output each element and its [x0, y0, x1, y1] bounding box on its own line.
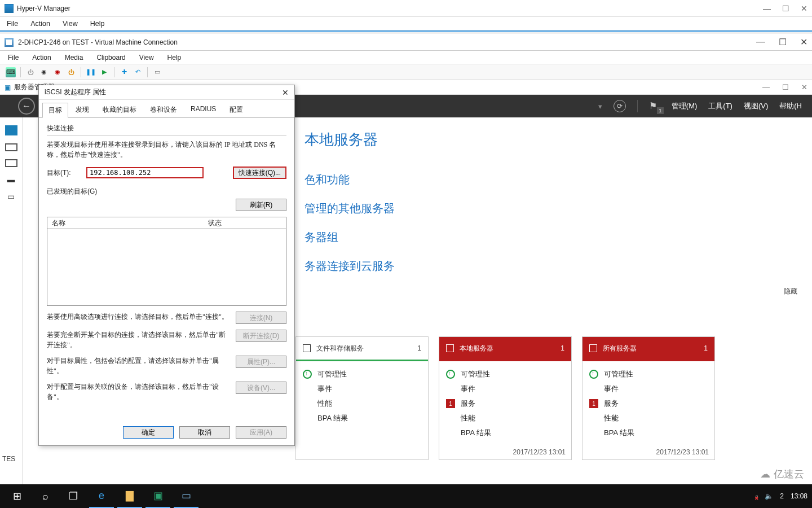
link-cloud[interactable]: 务器连接到云服务: [304, 259, 795, 274]
tab-config[interactable]: 配置: [223, 102, 249, 117]
vm-maximize-button[interactable]: ☐: [779, 37, 787, 47]
menu-tools[interactable]: 工具(T): [708, 101, 732, 111]
vm-menu-clipboard[interactable]: Clipboard: [96, 54, 125, 62]
hyperv-title-text: Hyper-V Manager: [17, 5, 70, 12]
enhanced-icon[interactable]: ▭: [152, 67, 162, 77]
menu-file[interactable]: File: [7, 20, 18, 28]
link-roles[interactable]: 色和功能: [304, 172, 795, 187]
sidebar-item-storage[interactable]: ▬: [7, 175, 15, 184]
taskbar: ⊞ ⌕ ❐ e ▇ ▣ ▭ ▫✖ 🔈 2 13:08: [0, 484, 812, 508]
tab-discovery[interactable]: 发现: [69, 102, 95, 117]
vm-menu-view[interactable]: View: [139, 54, 154, 62]
quick-connect-button[interactable]: 快速连接(Q)...: [233, 167, 286, 179]
ok-button[interactable]: 确定: [123, 426, 174, 439]
connect-button[interactable]: 连接(N): [236, 312, 286, 324]
reset-icon[interactable]: ▶: [99, 67, 109, 77]
dialog-close-button[interactable]: ✕: [282, 88, 289, 97]
vm-toolbar: ⌨ ⏻ ◉ ◉ ⏻ ❚❚ ▶ ✚ ↶ ▭: [0, 64, 812, 80]
link-other-servers[interactable]: 管理的其他服务器: [304, 201, 795, 216]
quick-connect-label: 快速连接: [47, 124, 286, 133]
tab-targets[interactable]: 目标: [42, 103, 68, 118]
vm-menu-media[interactable]: Media: [65, 54, 83, 62]
discovered-label: 已发现的目标(G): [47, 187, 286, 196]
tray-time[interactable]: 13:08: [791, 492, 807, 500]
notifications-flag-icon[interactable]: 1: [649, 100, 660, 112]
tab-volumes[interactable]: 卷和设备: [144, 102, 183, 117]
taskview-icon[interactable]: ❐: [61, 484, 86, 508]
hyperv-menubar: File Action View Help: [0, 17, 812, 30]
tab-favorites[interactable]: 收藏的目标: [96, 102, 143, 117]
tray-volume-icon[interactable]: 🔈: [765, 492, 773, 500]
sm-minimize-button[interactable]: —: [762, 83, 770, 91]
taskbar-server-manager[interactable]: ▣: [145, 484, 170, 508]
iscsi-dialog: iSCSI 发起程序 属性 ✕ 目标 发现 收藏的目标 卷和设备 RADIUS …: [38, 85, 295, 446]
taskbar-explorer[interactable]: ▇: [117, 484, 142, 508]
sidebar-item-dashboard[interactable]: [5, 125, 17, 135]
menu-view-sm[interactable]: 视图(V): [744, 101, 768, 111]
sidebar: ▬ ▭: [0, 117, 23, 484]
vm-menu-help[interactable]: Help: [167, 54, 182, 62]
link-local-server[interactable]: 本地服务器: [304, 130, 795, 150]
maximize-button[interactable]: ☐: [782, 4, 789, 13]
storage-icon: [303, 344, 311, 352]
col-state: 状态: [204, 217, 286, 228]
menu-action[interactable]: Action: [30, 20, 50, 28]
save-icon[interactable]: ⏻: [66, 67, 76, 77]
status-cards: 文件和存储服务1 可管理性 事件 性能 BPA 结果 本地服务器1 可管理性 事…: [295, 336, 802, 460]
apply-button[interactable]: 应用(A): [236, 426, 286, 439]
error-icon: 1: [446, 399, 455, 408]
target-label: 目标(T):: [47, 168, 81, 178]
pause-icon[interactable]: ❚❚: [86, 67, 96, 77]
link-server-group[interactable]: 务器组: [304, 230, 795, 245]
menu-help[interactable]: Help: [90, 20, 105, 28]
hide-link[interactable]: 隐藏: [784, 287, 797, 296]
refresh-button[interactable]: 刷新(R): [236, 199, 286, 211]
properties-button[interactable]: 属性(P)...: [236, 356, 286, 368]
devices-button[interactable]: 设备(V)...: [236, 382, 286, 394]
revert-icon[interactable]: ↶: [133, 67, 143, 77]
cloud-icon: ☁: [760, 468, 770, 480]
vm-minimize-button[interactable]: —: [756, 37, 765, 47]
tray-lang[interactable]: 2: [780, 492, 784, 500]
menu-view[interactable]: View: [63, 20, 78, 28]
sm-maximize-button[interactable]: ☐: [782, 83, 789, 91]
sidebar-item-local[interactable]: [5, 143, 17, 151]
vm-menu-action[interactable]: Action: [32, 54, 51, 62]
vm-menu-file[interactable]: File: [8, 54, 19, 62]
vm-close-button[interactable]: ✕: [800, 37, 807, 47]
sidebar-item-all[interactable]: [5, 159, 17, 167]
hyperv-titlebar: Hyper-V Manager — ☐ ✕: [0, 0, 812, 17]
vm-icon: [5, 38, 14, 47]
minimize-button[interactable]: —: [763, 4, 771, 13]
close-button[interactable]: ✕: [801, 4, 807, 13]
turnoff-icon[interactable]: ◉: [39, 67, 49, 77]
back-button[interactable]: ←: [18, 98, 35, 115]
test-label: TES: [2, 455, 15, 463]
tray-network-icon[interactable]: ▫✖: [756, 492, 758, 500]
sidebar-item-group[interactable]: ▭: [7, 192, 15, 201]
sm-close-button[interactable]: ✕: [801, 83, 807, 91]
start-button[interactable]: ⊞: [5, 484, 29, 508]
target-input[interactable]: [86, 167, 204, 178]
disconnect-button[interactable]: 断开连接(D): [236, 330, 286, 342]
taskbar-ie[interactable]: e: [89, 484, 114, 508]
targets-listbox[interactable]: 名称状态: [47, 217, 286, 306]
card-all-servers[interactable]: 所有服务器1 可管理性 事件 1服务 性能 BPA 结果 2017/12/23 …: [582, 336, 715, 460]
menu-manage[interactable]: 管理(M): [672, 101, 698, 111]
server-icon: [446, 344, 454, 352]
taskbar-vm[interactable]: ▭: [174, 484, 198, 508]
menu-help-sm[interactable]: 帮助(H: [779, 101, 802, 111]
shutdown-icon[interactable]: ◉: [52, 67, 63, 77]
servers-icon: [589, 344, 597, 352]
start-icon[interactable]: ⏻: [25, 67, 36, 77]
card-file-storage[interactable]: 文件和存储服务1 可管理性 事件 性能 BPA 结果: [295, 336, 429, 460]
vm-title-text: 2-DHCP1-246 on TEST - Virtual Machine Co…: [18, 38, 178, 46]
search-icon[interactable]: ⌕: [33, 484, 58, 508]
checkpoint-icon[interactable]: ✚: [119, 67, 129, 77]
ctrl-alt-del-icon[interactable]: ⌨: [6, 67, 16, 77]
card-local-server[interactable]: 本地服务器1 可管理性 事件 1服务 性能 BPA 结果 2017/12/23 …: [439, 336, 572, 460]
refresh-icon[interactable]: ⟳: [614, 100, 626, 112]
dialog-titlebar: iSCSI 发起程序 属性 ✕: [39, 85, 294, 100]
tab-radius[interactable]: RADIUS: [184, 102, 222, 117]
cancel-button[interactable]: 取消: [179, 426, 230, 439]
